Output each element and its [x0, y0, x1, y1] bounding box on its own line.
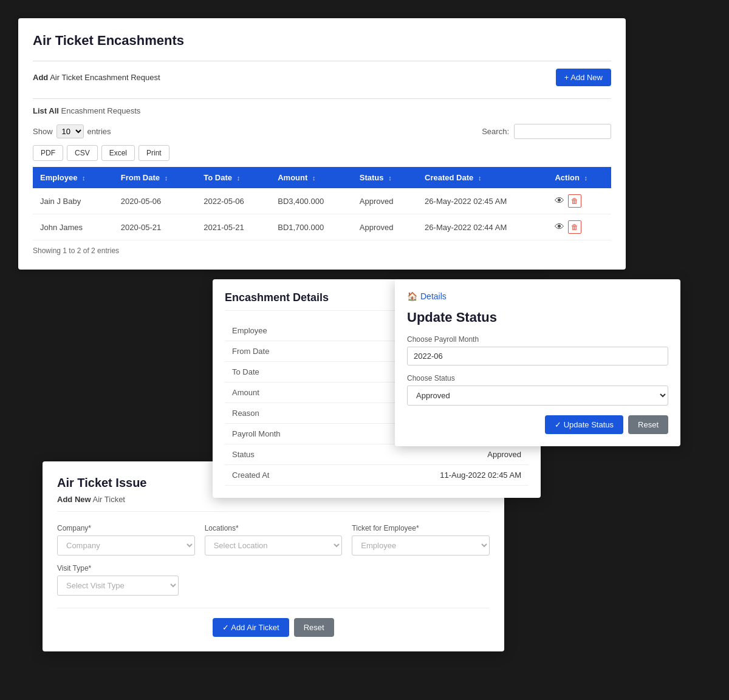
table-footer: Showing 1 to 2 of 2 entries: [33, 246, 611, 255]
ticket-form-row-2: Visit Type* Select Visit Type: [57, 564, 490, 596]
cell-amount: BD3,400.000: [270, 188, 352, 214]
ticket-form-row-1: Company* Company Locations* Select Locat…: [57, 524, 490, 556]
home-icon: 🏠: [407, 291, 417, 301]
visit-type-select[interactable]: Select Visit Type: [57, 576, 179, 596]
ticket-btn-row: ✓ Add Air Ticket Reset: [57, 608, 490, 637]
table-row: Jain J Baby 2020-05-06 2022-05-06 BD3,40…: [33, 188, 611, 214]
col-from-date[interactable]: From Date ↕: [114, 167, 197, 188]
employee-field: Ticket for Employee* Employee: [352, 524, 490, 556]
csv-button[interactable]: CSV: [67, 145, 98, 161]
update-status-title: Update Status: [407, 310, 668, 325]
employee-select[interactable]: Employee: [352, 535, 490, 556]
locations-label: Locations*: [205, 524, 343, 532]
choose-status-group: Choose Status Approved Pending Rejected: [407, 374, 668, 406]
detail-label: Payroll Month: [225, 424, 346, 444]
search-box: Search:: [482, 124, 611, 139]
payroll-month-group: Choose Payroll Month: [407, 335, 668, 365]
detail-label: Created At: [225, 465, 346, 486]
reset-status-button[interactable]: Reset: [628, 415, 668, 434]
list-title: List All Encashment Requests: [33, 106, 611, 115]
col-to-date[interactable]: To Date ↕: [196, 167, 270, 188]
view-icon[interactable]: 👁: [555, 222, 564, 233]
table-controls: Show 10 25 50 entries Search:: [33, 124, 611, 139]
details-row: Status Approved: [225, 444, 529, 465]
reset-ticket-button[interactable]: Reset: [294, 618, 334, 637]
pdf-button[interactable]: PDF: [33, 145, 63, 161]
visit-type-label: Visit Type*: [57, 564, 179, 573]
employee-label: Ticket for Employee*: [352, 524, 490, 532]
company-label: Company*: [57, 524, 195, 532]
visit-type-field: Visit Type* Select Visit Type: [57, 564, 179, 596]
update-status-panel: 🏠 Details Update Status Choose Payroll M…: [395, 279, 680, 446]
detail-label: From Date: [225, 341, 346, 362]
choose-status-label: Choose Status: [407, 374, 668, 382]
detail-label: Reason: [225, 403, 346, 424]
entries-select[interactable]: 10 25 50: [56, 124, 84, 138]
col-amount[interactable]: Amount ↕: [270, 167, 352, 188]
company-field: Company* Company: [57, 524, 195, 556]
delete-icon[interactable]: 🗑: [568, 194, 581, 208]
list-section: List All Encashment Requests Show 10 25 …: [33, 98, 611, 255]
detail-label: To Date: [225, 362, 346, 382]
cell-status: Approved: [352, 214, 417, 240]
update-btn-row: ✓ Update Status Reset: [407, 415, 668, 434]
search-input[interactable]: [514, 124, 611, 139]
delete-icon[interactable]: 🗑: [568, 220, 581, 234]
cell-from-date: 2020-05-21: [114, 214, 197, 240]
cell-created-date: 26-May-2022 02:44 AM: [417, 214, 547, 240]
add-section-bar: Add Air Ticket Encashment Request + Add …: [33, 61, 611, 93]
payroll-month-label: Choose Payroll Month: [407, 335, 668, 344]
cell-amount: BD1,700.000: [270, 214, 352, 240]
cell-to-date: 2021-05-21: [196, 214, 270, 240]
breadcrumb[interactable]: 🏠 Details: [407, 291, 668, 301]
payroll-month-input[interactable]: [407, 347, 668, 365]
cell-action: 👁 🗑: [547, 188, 611, 214]
detail-value: 11-Aug-2022 02:45 AM: [346, 465, 529, 486]
details-row: Created At 11-Aug-2022 02:45 AM: [225, 465, 529, 486]
export-buttons: PDF CSV Excel Print: [33, 145, 611, 161]
add-bar-text: Add Air Ticket Encashment Request: [33, 73, 160, 82]
table-row: John James 2020-05-21 2021-05-21 BD1,700…: [33, 214, 611, 240]
show-entries: Show 10 25 50 entries: [33, 124, 111, 138]
detail-label: Employee: [225, 321, 346, 341]
update-status-button[interactable]: ✓ Update Status: [545, 415, 623, 434]
detail-label: Amount: [225, 382, 346, 403]
add-air-ticket-button[interactable]: ✓ Add Air Ticket: [213, 618, 289, 637]
locations-field: Locations* Select Location: [205, 524, 343, 556]
cell-employee: John James: [33, 214, 114, 240]
col-action[interactable]: Action ↕: [547, 167, 611, 188]
status-select[interactable]: Approved Pending Rejected: [407, 386, 668, 406]
col-employee[interactable]: Employee ↕: [33, 167, 114, 188]
print-button[interactable]: Print: [139, 145, 169, 161]
view-icon[interactable]: 👁: [555, 195, 564, 206]
col-created-date[interactable]: Created Date ↕: [417, 167, 547, 188]
cell-from-date: 2020-05-06: [114, 188, 197, 214]
cell-to-date: 2022-05-06: [196, 188, 270, 214]
detail-value: Approved: [346, 444, 529, 465]
main-encashments-card: Air Ticket Encashments Add Air Ticket En…: [18, 18, 626, 270]
page-title: Air Ticket Encashments: [33, 33, 611, 49]
company-select[interactable]: Company: [57, 535, 195, 556]
add-new-button[interactable]: + Add New: [556, 69, 611, 86]
cell-created-date: 26-May-2022 02:45 AM: [417, 188, 547, 214]
encashments-table: Employee ↕ From Date ↕ To Date ↕ Amount …: [33, 167, 611, 240]
excel-button[interactable]: Excel: [101, 145, 135, 161]
cell-action: 👁 🗑: [547, 214, 611, 240]
cell-employee: Jain J Baby: [33, 188, 114, 214]
col-status[interactable]: Status ↕: [352, 167, 417, 188]
locations-select[interactable]: Select Location: [205, 535, 343, 556]
detail-label: Status: [225, 444, 346, 465]
cell-status: Approved: [352, 188, 417, 214]
